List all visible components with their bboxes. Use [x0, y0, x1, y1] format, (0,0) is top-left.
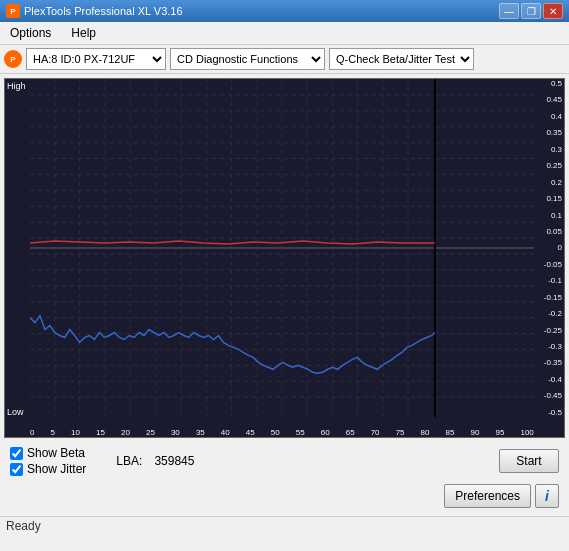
- bottom-axis-labels: 0 5 10 15 20 25 30 35 40 45 50 55 60 65 …: [30, 428, 534, 437]
- chart-low-label: Low: [7, 407, 24, 417]
- status-bar: Ready: [0, 516, 569, 535]
- chart-container: High Low: [4, 78, 565, 438]
- menu-help[interactable]: Help: [65, 24, 102, 42]
- menu-options[interactable]: Options: [4, 24, 57, 42]
- info-button[interactable]: i: [535, 484, 559, 508]
- title-bar-left: P PlexTools Professional XL V3.16: [6, 4, 183, 18]
- toolbar: P HA:8 ID:0 PX-712UF CD Diagnostic Funct…: [0, 45, 569, 74]
- show-jitter-row: Show Jitter: [10, 462, 86, 476]
- close-button[interactable]: ✕: [543, 3, 563, 19]
- status-text: Ready: [6, 519, 41, 533]
- main-content: High Low: [0, 74, 569, 516]
- restore-button[interactable]: ❐: [521, 3, 541, 19]
- show-beta-row: Show Beta: [10, 446, 86, 460]
- lba-area: LBA: 359845: [116, 454, 194, 468]
- lba-label: LBA:: [116, 454, 142, 468]
- preferences-button[interactable]: Preferences: [444, 484, 531, 508]
- test-select[interactable]: Q-Check Beta/Jitter Test: [329, 48, 474, 70]
- app-icon: P: [6, 4, 20, 18]
- toolbar-app-icon: P: [4, 50, 22, 68]
- info-icon: i: [545, 488, 549, 504]
- right-axis-labels: 0.5 0.45 0.4 0.35 0.3 0.25 0.2 0.15 0.1 …: [544, 79, 562, 417]
- chart-svg: [30, 79, 534, 417]
- menu-bar: Options Help: [0, 22, 569, 45]
- chart-high-label: High: [7, 81, 26, 91]
- function-select[interactable]: CD Diagnostic Functions: [170, 48, 325, 70]
- minimize-button[interactable]: —: [499, 3, 519, 19]
- checkboxes-area: Show Beta Show Jitter: [10, 446, 86, 476]
- prefs-row: Preferences i: [4, 480, 565, 512]
- title-bar: P PlexTools Professional XL V3.16 — ❐ ✕: [0, 0, 569, 22]
- lba-value: 359845: [154, 454, 194, 468]
- title-bar-controls: — ❐ ✕: [499, 3, 563, 19]
- show-beta-label: Show Beta: [27, 446, 85, 460]
- show-jitter-label: Show Jitter: [27, 462, 86, 476]
- show-jitter-checkbox[interactable]: [10, 463, 23, 476]
- device-select[interactable]: HA:8 ID:0 PX-712UF: [26, 48, 166, 70]
- window-title: PlexTools Professional XL V3.16: [24, 5, 183, 17]
- show-beta-checkbox[interactable]: [10, 447, 23, 460]
- bottom-panel: Show Beta Show Jitter LBA: 359845 Start: [4, 442, 565, 480]
- start-button[interactable]: Start: [499, 449, 559, 473]
